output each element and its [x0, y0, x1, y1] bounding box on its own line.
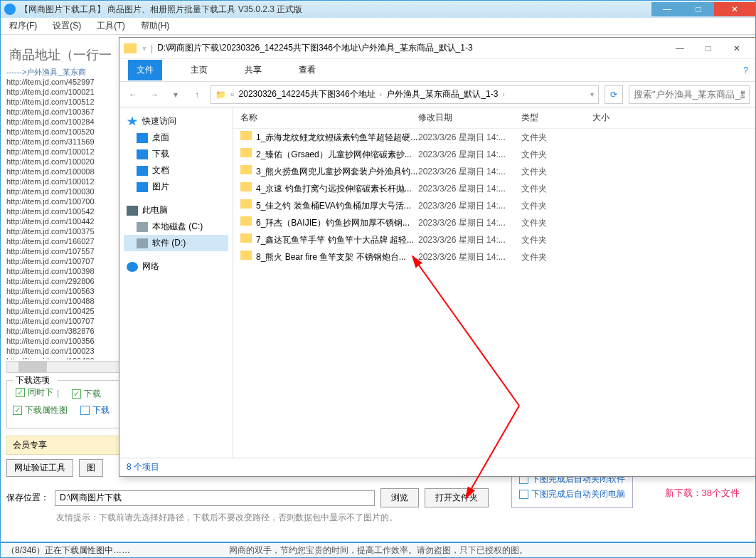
col-type[interactable]: 类型 — [521, 112, 592, 124]
menubar: 程序(F) 设置(S) 工具(T) 帮助(H) — [1, 18, 755, 35]
footer-text: 网商的双手，节约您宝贵的时间，提高工作效率。请勿盗图，只下已授权的图。 — [229, 544, 528, 557]
file-row[interactable]: 2_臻佑（Grsaed）儿童抄网伸缩碳素抄...2023/3/26 星期日 14… — [233, 146, 755, 163]
file-row[interactable]: 6_拜杰（BAIJIE）钓鱼抄网加厚不锈钢...2023/3/26 星期日 14… — [233, 214, 755, 231]
nav-documents[interactable]: 文档 — [124, 162, 228, 179]
breadcrumb[interactable]: 📁« 20230326_142245共下图346个地址› 户外渔具_某东商品_默… — [211, 85, 599, 104]
open-folder-button[interactable]: 打开文件夹 — [425, 488, 489, 507]
explorer-status: 8 个项目 — [119, 458, 755, 476]
file-row[interactable]: 8_熊火 Bear fire 鱼竿支架 不锈钢炮台...2023/3/26 星期… — [233, 248, 755, 265]
tab-home[interactable]: 主页 — [182, 60, 216, 80]
nav-quick-access[interactable]: 快速访问 — [124, 113, 228, 130]
statusbar: （8/346）正在下载属性图中…… 网商的双手，节约您宝贵的时间，提高工作效率。… — [1, 542, 755, 557]
help-icon[interactable]: ? — [743, 65, 748, 75]
exp-minimize-button[interactable]: — — [666, 43, 694, 53]
checkbox-simultaneous[interactable]: 同时下 — [16, 386, 55, 399]
exp-maximize-button[interactable]: □ — [694, 43, 723, 53]
col-date[interactable]: 修改日期 — [418, 112, 521, 124]
progress-text: （8/346）正在下载属性图中…… — [6, 544, 130, 557]
tab-view[interactable]: 查看 — [290, 60, 324, 80]
url-verify-button[interactable]: 网址验证工具 — [6, 459, 73, 477]
checkbox-attr-img[interactable]: 下载属性图 — [13, 404, 68, 416]
minimize-button[interactable]: — — [651, 2, 683, 16]
explorer-window: ▾ | D:\网商图片下载\20230326_142245共下图346个地址\户… — [119, 37, 756, 477]
explorer-nav: 快速访问 桌面 下载 文档 图片 此电脑 本地磁盘 (C:) 软件 (D:) 网… — [119, 107, 233, 458]
nav-desktop[interactable]: 桌面 — [124, 130, 228, 146]
maximize-button[interactable]: □ — [683, 2, 714, 16]
recent-dropdown[interactable]: ▾ — [168, 87, 183, 102]
file-row[interactable]: 5_佳之钓 装鱼桶EVA钓鱼桶加厚大号活...2023/3/26 星期日 14:… — [233, 197, 755, 214]
close-button[interactable]: ✕ — [714, 2, 755, 16]
up-button[interactable]: ↑ — [189, 87, 205, 102]
nav-this-pc[interactable]: 此电脑 — [124, 202, 228, 219]
file-row[interactable]: 7_鑫达瓦鱼竿手竿 钓鱼竿十大品牌 超轻...2023/3/26 星期日 14:… — [233, 231, 755, 248]
app-icon — [4, 4, 16, 15]
app-titlebar: 【网商图片下载工具】 商品图片、相册照片批量下载工具 V35.0.2.3 正式版… — [1, 1, 755, 18]
checkbox-close-pc[interactable]: 下图完成后自动关闭电脑 — [519, 488, 625, 500]
app-title: 【网商图片下载工具】 商品图片、相册照片批量下载工具 V35.0.2.3 正式版 — [20, 4, 302, 16]
folder-icon — [124, 43, 137, 53]
forward-button[interactable]: → — [147, 87, 162, 102]
dropdown-icon[interactable]: ▾ — [142, 43, 147, 53]
nav-network[interactable]: 网络 — [124, 258, 228, 275]
checkbox-dl1[interactable]: 下载 — [72, 388, 101, 400]
nav-downloads[interactable]: 下载 — [124, 146, 228, 162]
nav-disk-c[interactable]: 本地磁盘 (C:) — [124, 219, 228, 235]
pic-button[interactable]: 图 — [79, 459, 103, 477]
explorer-path: D:\网商图片下载\20230326_142245共下图346个地址\户外渔具_… — [157, 42, 473, 54]
nav-pictures[interactable]: 图片 — [124, 179, 228, 195]
exp-close-button[interactable]: ✕ — [723, 43, 751, 53]
menu-program[interactable]: 程序(F) — [9, 20, 37, 32]
nav-disk-d[interactable]: 软件 (D:) — [124, 235, 228, 251]
file-row[interactable]: 4_京速 钓鱼打窝勺远投伸缩碳素长杆抛...2023/3/26 星期日 14:.… — [233, 180, 755, 197]
menu-settings[interactable]: 设置(S) — [53, 20, 81, 32]
tab-file[interactable]: 文件 — [128, 60, 162, 80]
menu-tools[interactable]: 工具(T) — [97, 20, 124, 32]
col-name[interactable]: 名称 — [240, 112, 418, 124]
menu-help[interactable]: 帮助(H) — [141, 20, 170, 32]
tab-share[interactable]: 共享 — [236, 60, 270, 80]
checkbox-dl2[interactable]: 下载 — [80, 404, 110, 416]
new-download-status: 新下载：38个文件 — [665, 487, 740, 500]
back-button[interactable]: ← — [125, 87, 141, 102]
explorer-file-list: 名称 修改日期 类型 大小 1_赤海龙纹鲤龙纹鲤碳素钓鱼竿超轻超硬...2023… — [233, 107, 755, 458]
save-label: 保存位置： — [6, 492, 49, 504]
save-path-input[interactable] — [55, 490, 375, 506]
refresh-button[interactable]: ⟳ — [605, 85, 623, 104]
search-input[interactable] — [629, 85, 750, 104]
browse-button[interactable]: 浏览 — [380, 488, 419, 507]
file-row[interactable]: 1_赤海龙纹鲤龙纹鲤碳素钓鱼竿超轻超硬...2023/3/26 星期日 14:.… — [233, 129, 755, 146]
col-size[interactable]: 大小 — [592, 112, 635, 124]
file-row[interactable]: 3_熊火捞鱼网兜儿童抄网套装户外渔具钓...2023/3/26 星期日 14:.… — [233, 163, 755, 180]
hint-text: 友情提示：下载前请先选择好路径，下载后不要改变路径，否则数据包中显示不了图片的。 — [6, 512, 750, 524]
